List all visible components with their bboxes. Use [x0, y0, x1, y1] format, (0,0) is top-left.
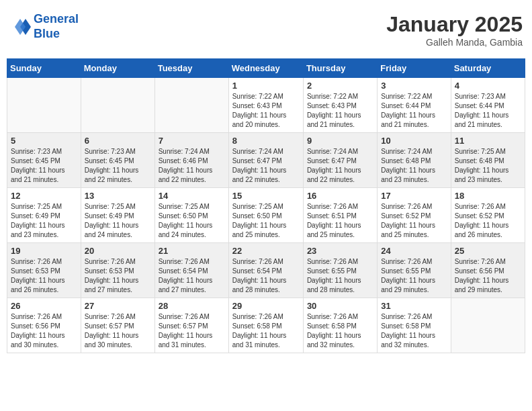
- day-info: Sunrise: 7:23 AM Sunset: 6:45 PM Dayligh…: [85, 147, 151, 185]
- day-number: 9: [307, 136, 373, 146]
- day-info: Sunrise: 7:26 AM Sunset: 6:56 PM Dayligh…: [11, 312, 77, 350]
- calendar-cell: 18Sunrise: 7:26 AM Sunset: 6:52 PM Dayli…: [451, 188, 525, 243]
- day-info: Sunrise: 7:22 AM Sunset: 6:43 PM Dayligh…: [307, 92, 373, 130]
- day-number: 21: [159, 246, 225, 256]
- day-info: Sunrise: 7:22 AM Sunset: 6:44 PM Dayligh…: [381, 92, 447, 130]
- weekday-header-friday: Friday: [378, 59, 451, 78]
- calendar-cell: 25Sunrise: 7:26 AM Sunset: 6:56 PM Dayli…: [451, 243, 525, 298]
- day-number: 30: [307, 301, 373, 311]
- day-info: Sunrise: 7:24 AM Sunset: 6:47 PM Dayligh…: [232, 147, 300, 185]
- day-number: 18: [455, 191, 521, 201]
- calendar-cell: 23Sunrise: 7:26 AM Sunset: 6:55 PM Dayli…: [303, 243, 377, 298]
- calendar-cell: 2Sunrise: 7:22 AM Sunset: 6:43 PM Daylig…: [303, 78, 377, 133]
- calendar-cell: [451, 298, 525, 353]
- day-info: Sunrise: 7:26 AM Sunset: 6:51 PM Dayligh…: [307, 202, 373, 240]
- day-info: Sunrise: 7:26 AM Sunset: 6:55 PM Dayligh…: [381, 257, 447, 295]
- day-info: Sunrise: 7:26 AM Sunset: 6:54 PM Dayligh…: [232, 257, 300, 295]
- day-number: 12: [11, 191, 77, 201]
- calendar-cell: 22Sunrise: 7:26 AM Sunset: 6:54 PM Dayli…: [228, 243, 303, 298]
- day-info: Sunrise: 7:23 AM Sunset: 6:44 PM Dayligh…: [455, 92, 521, 130]
- logo-text: General Blue: [34, 12, 79, 41]
- calendar-cell: 12Sunrise: 7:25 AM Sunset: 6:49 PM Dayli…: [7, 188, 81, 243]
- day-number: 26: [11, 301, 77, 311]
- calendar-cell: [154, 78, 228, 133]
- logo-icon: [9, 16, 31, 38]
- day-number: 13: [85, 191, 151, 201]
- calendar-cell: 24Sunrise: 7:26 AM Sunset: 6:55 PM Dayli…: [378, 243, 451, 298]
- calendar-cell: 6Sunrise: 7:23 AM Sunset: 6:45 PM Daylig…: [81, 133, 154, 188]
- calendar-cell: 11Sunrise: 7:25 AM Sunset: 6:48 PM Dayli…: [451, 133, 525, 188]
- calendar-cell: 29Sunrise: 7:26 AM Sunset: 6:58 PM Dayli…: [228, 298, 303, 353]
- day-info: Sunrise: 7:26 AM Sunset: 6:58 PM Dayligh…: [307, 312, 373, 350]
- day-info: Sunrise: 7:24 AM Sunset: 6:48 PM Dayligh…: [381, 147, 447, 185]
- calendar-cell: 8Sunrise: 7:24 AM Sunset: 6:47 PM Daylig…: [228, 133, 303, 188]
- day-info: Sunrise: 7:26 AM Sunset: 6:56 PM Dayligh…: [455, 257, 521, 295]
- calendar-cell: 16Sunrise: 7:26 AM Sunset: 6:51 PM Dayli…: [303, 188, 377, 243]
- weekday-header-sunday: Sunday: [7, 59, 81, 78]
- day-number: 23: [307, 246, 373, 256]
- day-number: 16: [307, 191, 373, 201]
- calendar-cell: 10Sunrise: 7:24 AM Sunset: 6:48 PM Dayli…: [378, 133, 451, 188]
- weekday-header-thursday: Thursday: [303, 59, 377, 78]
- day-info: Sunrise: 7:26 AM Sunset: 6:55 PM Dayligh…: [307, 257, 373, 295]
- day-info: Sunrise: 7:26 AM Sunset: 6:58 PM Dayligh…: [232, 312, 300, 350]
- day-info: Sunrise: 7:24 AM Sunset: 6:46 PM Dayligh…: [159, 147, 225, 185]
- day-info: Sunrise: 7:26 AM Sunset: 6:57 PM Dayligh…: [159, 312, 225, 350]
- location-subtitle: Galleh Manda, Gambia: [386, 37, 523, 48]
- calendar-week-3: 12Sunrise: 7:25 AM Sunset: 6:49 PM Dayli…: [7, 188, 525, 243]
- day-number: 31: [381, 301, 447, 311]
- day-info: Sunrise: 7:25 AM Sunset: 6:50 PM Dayligh…: [159, 202, 225, 240]
- day-number: 1: [232, 81, 300, 91]
- day-number: 11: [455, 136, 521, 146]
- day-number: 4: [455, 81, 521, 91]
- day-number: 17: [381, 191, 447, 201]
- calendar-table: SundayMondayTuesdayWednesdayThursdayFrid…: [7, 58, 525, 353]
- calendar-cell: 7Sunrise: 7:24 AM Sunset: 6:46 PM Daylig…: [154, 133, 228, 188]
- day-info: Sunrise: 7:22 AM Sunset: 6:43 PM Dayligh…: [232, 92, 300, 130]
- day-info: Sunrise: 7:25 AM Sunset: 6:48 PM Dayligh…: [455, 147, 521, 185]
- calendar-cell: 28Sunrise: 7:26 AM Sunset: 6:57 PM Dayli…: [154, 298, 228, 353]
- day-number: 14: [159, 191, 225, 201]
- weekday-header-tuesday: Tuesday: [154, 59, 228, 78]
- calendar-cell: 9Sunrise: 7:24 AM Sunset: 6:47 PM Daylig…: [303, 133, 377, 188]
- calendar-cell: [7, 78, 81, 133]
- weekday-header-row: SundayMondayTuesdayWednesdayThursdayFrid…: [7, 59, 525, 78]
- logo: General Blue: [9, 12, 79, 41]
- calendar-cell: 30Sunrise: 7:26 AM Sunset: 6:58 PM Dayli…: [303, 298, 377, 353]
- day-number: 28: [159, 301, 225, 311]
- day-info: Sunrise: 7:26 AM Sunset: 6:57 PM Dayligh…: [85, 312, 151, 350]
- calendar-cell: 21Sunrise: 7:26 AM Sunset: 6:54 PM Dayli…: [154, 243, 228, 298]
- weekday-header-wednesday: Wednesday: [228, 59, 303, 78]
- day-info: Sunrise: 7:26 AM Sunset: 6:53 PM Dayligh…: [85, 257, 151, 295]
- day-info: Sunrise: 7:26 AM Sunset: 6:53 PM Dayligh…: [11, 257, 77, 295]
- day-info: Sunrise: 7:24 AM Sunset: 6:47 PM Dayligh…: [307, 147, 373, 185]
- day-number: 29: [232, 301, 300, 311]
- calendar-cell: 31Sunrise: 7:26 AM Sunset: 6:58 PM Dayli…: [378, 298, 451, 353]
- day-info: Sunrise: 7:23 AM Sunset: 6:45 PM Dayligh…: [11, 147, 77, 185]
- day-number: 3: [381, 81, 447, 91]
- calendar-cell: 13Sunrise: 7:25 AM Sunset: 6:49 PM Dayli…: [81, 188, 154, 243]
- page-header: General Blue January 2025 Galleh Manda, …: [7, 7, 525, 53]
- day-info: Sunrise: 7:26 AM Sunset: 6:58 PM Dayligh…: [381, 312, 447, 350]
- day-number: 10: [381, 136, 447, 146]
- svg-marker-1: [15, 19, 26, 35]
- title-block: January 2025 Galleh Manda, Gambia: [386, 12, 523, 48]
- day-number: 22: [232, 246, 300, 256]
- day-number: 25: [455, 246, 521, 256]
- month-title: January 2025: [386, 12, 523, 37]
- day-number: 2: [307, 81, 373, 91]
- day-info: Sunrise: 7:26 AM Sunset: 6:52 PM Dayligh…: [455, 202, 521, 240]
- day-number: 24: [381, 246, 447, 256]
- calendar-cell: 20Sunrise: 7:26 AM Sunset: 6:53 PM Dayli…: [81, 243, 154, 298]
- day-number: 6: [85, 136, 151, 146]
- day-number: 20: [85, 246, 151, 256]
- day-number: 19: [11, 246, 77, 256]
- day-info: Sunrise: 7:26 AM Sunset: 6:54 PM Dayligh…: [159, 257, 225, 295]
- calendar-cell: 27Sunrise: 7:26 AM Sunset: 6:57 PM Dayli…: [81, 298, 154, 353]
- calendar-week-5: 26Sunrise: 7:26 AM Sunset: 6:56 PM Dayli…: [7, 298, 525, 353]
- day-info: Sunrise: 7:25 AM Sunset: 6:50 PM Dayligh…: [232, 202, 300, 240]
- weekday-header-saturday: Saturday: [451, 59, 525, 78]
- calendar-week-1: 1Sunrise: 7:22 AM Sunset: 6:43 PM Daylig…: [7, 78, 525, 133]
- day-info: Sunrise: 7:25 AM Sunset: 6:49 PM Dayligh…: [85, 202, 151, 240]
- day-info: Sunrise: 7:25 AM Sunset: 6:49 PM Dayligh…: [11, 202, 77, 240]
